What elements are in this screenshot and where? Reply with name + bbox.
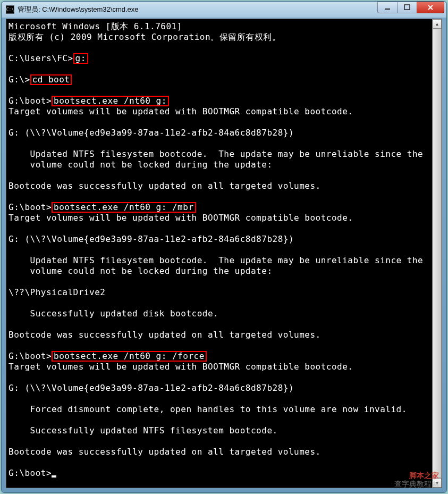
terminal-output: Microsoft Windows [版本 6.1.7601] 版权所有 (c)… (9, 21, 439, 479)
scroll-thumb[interactable] (433, 29, 442, 478)
highlight-cmd-drive: g: (73, 53, 88, 64)
watermark-line2: 查字典教程网 (394, 480, 439, 488)
highlight-cmd-bootsect-mbr: bootsect.exe /nt60 g: /mbr (52, 202, 196, 213)
maximize-button[interactable] (397, 2, 417, 13)
watermark-line1: 脚本之家 (394, 471, 439, 480)
highlight-cmd-bootsect-force: bootsect.exe /nt60 g: /force (52, 351, 207, 362)
highlight-cmd-cdboot: cd boot (30, 74, 72, 85)
scroll-track[interactable] (433, 29, 442, 478)
cmd-window: C:\ 管理员: C:\Windows\system32\cmd.exe Mic… (1, 1, 447, 493)
highlight-cmd-bootsect1: bootsect.exe /nt60 g: (52, 96, 169, 106)
svg-rect-0 (385, 9, 390, 10)
scroll-up-button[interactable]: ▲ (433, 19, 442, 29)
minimize-button[interactable] (377, 2, 398, 13)
watermark: 脚本之家 查字典教程网 (394, 471, 439, 488)
svg-rect-1 (404, 5, 410, 10)
titlebar[interactable]: C:\ 管理员: C:\Windows\system32\cmd.exe (2, 2, 446, 18)
close-button[interactable] (417, 2, 444, 13)
app-icon: C:\ (6, 5, 14, 14)
window-controls (378, 2, 444, 13)
terminal-area[interactable]: Microsoft Windows [版本 6.1.7601] 版权所有 (c)… (6, 19, 442, 488)
window-title: 管理员: C:\Windows\system32\cmd.exe (18, 5, 139, 14)
cursor (52, 475, 56, 478)
vertical-scrollbar[interactable]: ▲ ▼ (432, 19, 442, 488)
